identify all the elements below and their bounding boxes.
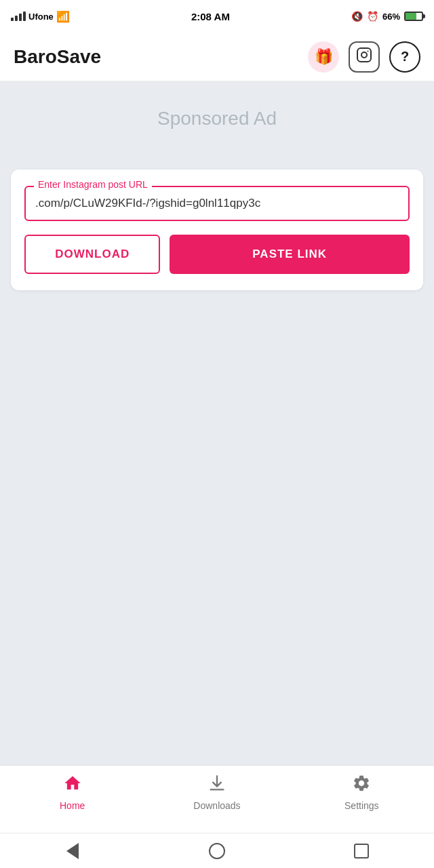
battery-percent: 66% — [382, 12, 400, 22]
back-button[interactable] — [60, 839, 85, 863]
gift-icon: 🎁 — [315, 48, 333, 66]
carrier-label: Ufone — [28, 12, 54, 22]
help-icon: ? — [401, 49, 409, 64]
nav-label-downloads: Downloads — [193, 800, 240, 811]
instagram-icon — [356, 47, 372, 67]
nav-item-home[interactable]: Home — [0, 774, 144, 811]
status-left: Ufone 📶 — [11, 10, 70, 23]
system-nav — [0, 833, 434, 868]
svg-rect-0 — [357, 48, 371, 62]
recents-button[interactable] — [349, 839, 374, 863]
alarm-icon: ⏰ — [367, 11, 378, 22]
header-icons: 🎁 ? — [308, 41, 420, 73]
battery-icon — [404, 12, 423, 21]
buttons-row: DOWNLOAD PASTE LINK — [24, 235, 410, 274]
url-card: Enter Instagram post URL DOWNLOAD PASTE … — [11, 170, 423, 290]
svg-point-2 — [368, 50, 369, 52]
ad-banner: Sponsored Ad — [0, 81, 434, 156]
recents-icon — [354, 844, 369, 859]
nav-label-home: Home — [60, 800, 85, 811]
help-button[interactable]: ? — [389, 41, 420, 73]
url-input-wrapper: Enter Instagram post URL — [24, 186, 410, 221]
instagram-button[interactable] — [349, 41, 380, 73]
home-system-icon — [209, 843, 225, 859]
settings-icon — [352, 774, 371, 797]
download-button[interactable]: DOWNLOAD — [24, 235, 160, 274]
url-input-label: Enter Instagram post URL — [34, 179, 152, 190]
url-input[interactable] — [35, 194, 399, 210]
ad-text: Sponsored Ad — [157, 108, 277, 130]
paste-link-button[interactable]: PASTE LINK — [170, 235, 410, 274]
svg-point-1 — [361, 52, 367, 58]
bottom-nav: Home Downloads Settings — [0, 765, 434, 833]
status-bar: Ufone 📶 2:08 AM 🔇 ⏰ 66% — [0, 0, 434, 33]
main-content: Enter Instagram post URL DOWNLOAD PASTE … — [0, 156, 434, 765]
nav-item-settings[interactable]: Settings — [290, 774, 434, 811]
app-header: BaroSave 🎁 ? — [0, 33, 434, 81]
app-logo: BaroSave — [14, 46, 101, 68]
gift-button[interactable]: 🎁 — [308, 41, 339, 73]
nav-label-settings: Settings — [344, 800, 379, 811]
volume-icon: 🔇 — [351, 11, 363, 22]
status-right: 🔇 ⏰ 66% — [351, 11, 423, 22]
home-button[interactable] — [205, 839, 229, 863]
home-icon — [63, 774, 82, 797]
nav-item-downloads[interactable]: Downloads — [144, 774, 289, 811]
back-icon — [66, 843, 79, 859]
status-time: 2:08 AM — [191, 11, 230, 22]
downloads-icon — [208, 774, 226, 797]
signal-icon — [11, 12, 26, 21]
wifi-icon: 📶 — [56, 10, 70, 23]
